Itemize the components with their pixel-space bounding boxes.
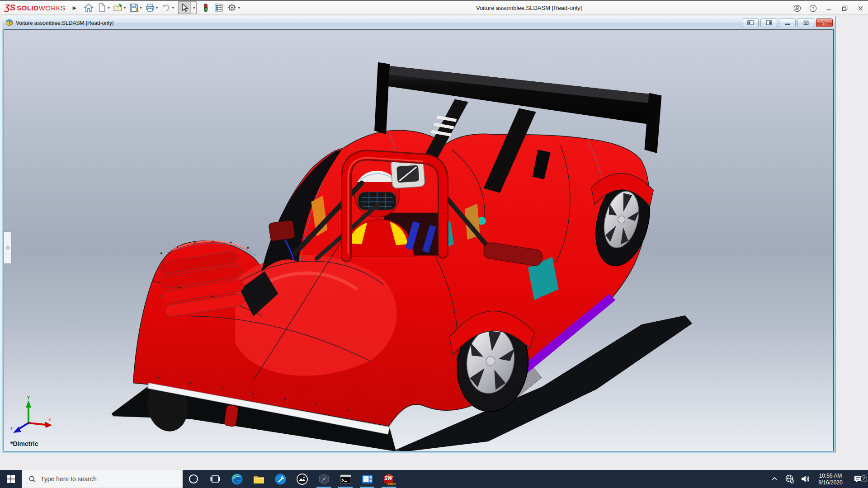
utility-hexagon-icon (318, 473, 330, 485)
doc-minimize-button[interactable] (779, 19, 796, 27)
open-icon (113, 3, 123, 13)
dropdown-caret[interactable]: ▾ (124, 5, 126, 10)
tray-chevron-button[interactable] (767, 477, 782, 481)
solidworks-logo: ƷS SOLID WORKS (5, 3, 66, 13)
file-explorer-icon (253, 473, 265, 485)
clock-time: 10:55 AM (813, 473, 848, 479)
svg-text:?: ? (812, 6, 814, 11)
undo-button[interactable]: ▾ (160, 2, 175, 14)
pane-right-button[interactable] (760, 19, 777, 27)
windows-taskbar: SW 2020 10:55 AM 9/16/2020 (0, 470, 868, 488)
graphics-viewport[interactable]: Y x z *Dimetric (4, 29, 834, 451)
document-titlebar[interactable]: Voiture assomblee.SLDASM [Read-only] (2, 16, 835, 29)
triad-y-label: Y (27, 395, 30, 400)
rebuild-traffic-light-icon (201, 3, 211, 13)
menu-flyout-arrow[interactable]: ▶ (73, 5, 76, 11)
save-icon (129, 3, 139, 13)
document-title: Voiture assomblee.SLDASM [Read-only] (16, 20, 113, 26)
dropdown-caret[interactable]: ▾ (172, 5, 174, 10)
media-app-icon (361, 473, 373, 485)
undo-icon (161, 3, 171, 13)
dropdown-caret[interactable]: ▾ (108, 5, 110, 10)
file-properties-icon (214, 3, 224, 13)
tray-network-button[interactable] (782, 474, 797, 484)
document-window-controls (742, 19, 833, 27)
rebuild-button[interactable] (200, 2, 212, 14)
open-button[interactable]: ▾ (112, 2, 127, 14)
notification-badge: 2 (860, 475, 867, 482)
quick-toolbar: ▾ ▾ ▾ ▾ ▾ ▾ ▾ (83, 1, 241, 14)
system-tray: 10:55 AM 9/16/2020 2 (767, 470, 868, 488)
dropdown-caret[interactable]: ▾ (193, 5, 195, 10)
taskbar-app-utility[interactable] (313, 470, 335, 488)
triad-x-label: x (48, 417, 52, 422)
help-icon[interactable]: ? (809, 5, 817, 12)
options-button[interactable]: ▾ (226, 2, 241, 14)
search-input[interactable] (41, 475, 167, 483)
chevron-up-icon (771, 477, 778, 481)
home-button[interactable] (83, 2, 94, 14)
close-icon[interactable] (857, 5, 864, 12)
new-document-button[interactable]: ▾ (96, 2, 111, 14)
select-cursor-icon (180, 3, 189, 12)
taskbar-app-file-explorer[interactable] (248, 470, 269, 488)
print-button[interactable]: ▾ (144, 2, 159, 14)
solidworks-2020-icon: SW 2020 (382, 473, 395, 485)
action-center-button[interactable]: 2 (848, 474, 868, 484)
logo-works: WORKS (39, 4, 66, 12)
splitter-dot-icon (6, 246, 9, 249)
file-properties-button[interactable] (213, 2, 225, 14)
minimize-icon[interactable] (825, 5, 833, 12)
triad-z-label: z (10, 426, 13, 431)
clock-date: 9/16/2020 (813, 479, 848, 486)
3d-model-voiture[interactable] (4, 30, 833, 451)
doc-close-button[interactable] (816, 19, 833, 27)
restore-icon[interactable] (841, 5, 849, 12)
cortana-icon (188, 474, 199, 484)
dropdown-caret[interactable]: ▾ (156, 5, 158, 10)
save-button[interactable]: ▾ (128, 2, 143, 14)
search-icon (28, 475, 36, 483)
dropdown-caret[interactable]: ▾ (238, 5, 240, 10)
view-orientation-label: *Dimetric (10, 440, 38, 447)
command-prompt-icon (340, 473, 352, 485)
solidworks-mark: SW (384, 475, 392, 481)
logo-solid: SOLID (17, 4, 38, 12)
wrench-icon (274, 473, 287, 485)
taskbar-app-microsoft-edge[interactable] (226, 470, 248, 488)
home-icon (84, 3, 94, 13)
app-titlebar: ƷS SOLID WORKS ▶ ▾ ▾ ▾ ▾ ▾ ▾ (0, 0, 868, 15)
select-tool-button[interactable]: ▾ (178, 1, 197, 14)
task-view-button[interactable] (204, 470, 226, 488)
taskbar-search[interactable] (22, 470, 183, 488)
pane-left-button[interactable] (742, 19, 759, 27)
solidworks-year: 2020 (387, 482, 396, 486)
document-window: Voiture assomblee.SLDASM [Read-only] (2, 16, 835, 453)
taskbar-app-photos[interactable] (291, 470, 313, 488)
taskbar-app-solidworks[interactable]: SW 2020 (378, 470, 400, 488)
taskbar-app-command-prompt[interactable] (335, 470, 356, 488)
taskbar-app-admin-tool[interactable] (269, 470, 291, 488)
photos-icon (296, 473, 308, 485)
orientation-triad: Y x z (9, 395, 55, 436)
app-window-controls: ? (793, 1, 864, 16)
taskbar-clock[interactable]: 10:55 AM 9/16/2020 (813, 472, 848, 486)
assembly-icon (5, 19, 13, 27)
logo-mark: ƷS (5, 3, 15, 13)
microsoft-edge-icon (231, 473, 243, 485)
windows-logo-icon (7, 475, 15, 483)
new-document-icon (97, 3, 107, 13)
globe-offline-icon (785, 474, 795, 484)
speaker-icon (800, 474, 810, 484)
dropdown-caret[interactable]: ▾ (140, 5, 142, 10)
cortana-button[interactable] (183, 470, 204, 488)
taskbar-app-media[interactable] (356, 470, 378, 488)
doc-restore-button[interactable] (797, 19, 814, 27)
tray-volume-button[interactable] (797, 474, 813, 484)
start-button[interactable] (0, 470, 22, 488)
featuremanager-splitter-tab[interactable] (4, 231, 12, 264)
gear-icon (227, 3, 237, 13)
account-icon[interactable] (793, 5, 801, 12)
app-title: Voiture assomblee.SLDASM [Read-only] (476, 1, 582, 16)
task-view-icon (210, 474, 220, 484)
